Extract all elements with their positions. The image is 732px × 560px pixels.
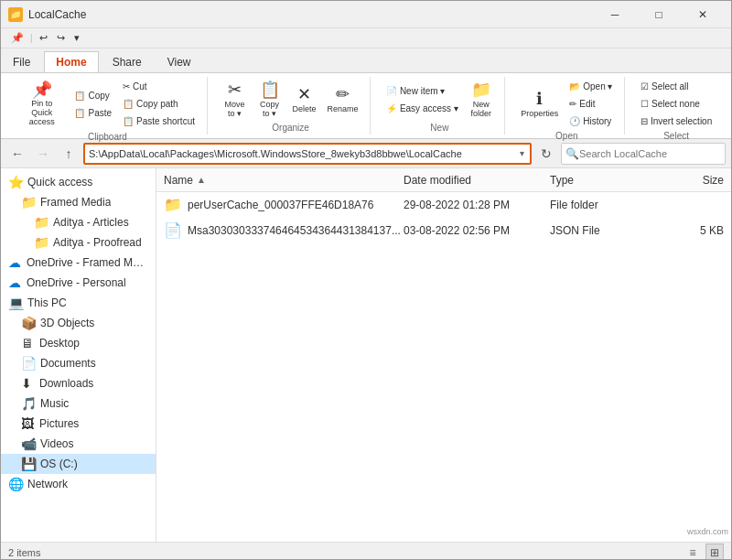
tab-view[interactable]: View xyxy=(156,51,203,72)
sidebar-item-label: Documents xyxy=(40,357,96,370)
organize-group: ✂ Moveto ▾ 📋 Copyto ▾ ✕ Delete ✏ Rename … xyxy=(211,77,371,135)
paste-shortcut-button[interactable]: 📋 Paste shortcut xyxy=(118,113,199,129)
aditya-proofread-icon: 📁 xyxy=(34,235,49,250)
item-count: 2 items xyxy=(8,547,40,558)
properties-button[interactable]: ℹ Properties xyxy=(516,88,563,121)
address-text: S:\AppData\Local\Packages\Microsoft.Wind… xyxy=(89,148,518,159)
sidebar-item-desktop[interactable]: 🖥 Desktop xyxy=(1,333,156,353)
select-none-button[interactable]: ☐ Select none xyxy=(636,96,716,112)
rename-button[interactable]: ✏ Rename xyxy=(323,83,363,116)
select-all-icon: ☑ xyxy=(640,81,649,92)
refresh-button[interactable]: ↻ xyxy=(535,143,557,165)
move-to-button[interactable]: ✂ Moveto ▾ xyxy=(219,79,252,121)
sidebar-item-label: Aditya - Proofread xyxy=(53,236,142,249)
address-dropdown-arrow[interactable]: ▾ xyxy=(518,148,526,158)
new-item-button[interactable]: 📄 New item ▾ xyxy=(382,83,463,99)
sidebar-item-videos[interactable]: 📹 Videos xyxy=(1,434,156,454)
pin-to-quick-button[interactable]: 📌 Pin to Quickaccess xyxy=(16,79,68,130)
aditya-articles-icon: 📁 xyxy=(34,215,49,230)
ribbon-content: 📌 Pin to Quickaccess 📋 Copy 📋 Paste xyxy=(1,72,731,138)
sidebar-item-label: Framed Media xyxy=(40,196,111,209)
navigation-bar: ← → ↑ S:\AppData\Local\Packages\Microsof… xyxy=(1,139,731,168)
copy-to-icon: 📋 xyxy=(260,81,280,98)
open-button[interactable]: 📂 Open ▾ xyxy=(565,79,617,94)
qa-redo-button[interactable]: ↪ xyxy=(54,31,68,45)
address-bar[interactable]: S:\AppData\Local\Packages\Microsoft.Wind… xyxy=(83,143,532,165)
clipboard-buttons: 📌 Pin to Quickaccess 📋 Copy 📋 Paste xyxy=(16,79,199,130)
sidebar-item-label: OS (C:) xyxy=(40,458,78,470)
window-controls: ─ □ ✕ xyxy=(594,1,724,28)
sidebar-item-this-pc[interactable]: 💻 This PC xyxy=(1,293,156,313)
select-all-button[interactable]: ☑ Select all xyxy=(636,79,716,94)
qa-pin-button[interactable]: 📌 xyxy=(8,31,27,45)
sidebar-item-downloads[interactable]: ⬇ Downloads xyxy=(1,373,156,393)
copy-to-button[interactable]: 📋 Copyto ▾ xyxy=(253,79,286,121)
cut-button[interactable]: ✂ Cut xyxy=(118,79,199,94)
invert-selection-button[interactable]: ⊟ Invert selection xyxy=(636,113,716,129)
select-none-icon: ☐ xyxy=(640,99,649,109)
file-size: 5 KB xyxy=(660,224,724,237)
qa-undo-button[interactable]: ↩ xyxy=(37,31,50,45)
sidebar-item-quick-access[interactable]: ⭐ Quick access xyxy=(1,172,156,192)
tab-file[interactable]: File xyxy=(1,51,42,72)
music-icon: 🎵 xyxy=(21,396,37,411)
history-button[interactable]: 🕐 History xyxy=(565,113,617,129)
copy-path-icon: 📋 xyxy=(123,99,134,109)
back-button[interactable]: ← xyxy=(6,143,28,165)
tab-home[interactable]: Home xyxy=(44,51,98,72)
sidebar-item-onedrive-personal[interactable]: ☁ OneDrive - Personal xyxy=(1,273,156,293)
table-row[interactable]: 📄 Msa303030333746464534364431384137... 0… xyxy=(156,218,731,243)
qa-expand-button[interactable]: ▾ xyxy=(71,31,82,45)
copy-path-button[interactable]: 📋 Copy path xyxy=(118,96,199,112)
file-type: JSON File xyxy=(550,224,660,237)
paste-button[interactable]: 📋 Paste xyxy=(70,105,116,121)
file-name: perUserCache_000037FFE46D18A76 xyxy=(188,199,404,211)
column-name[interactable]: Name ▲ xyxy=(164,174,404,187)
easy-access-button[interactable]: ⚡ Easy access ▾ xyxy=(382,101,463,116)
pin-icon: 📌 xyxy=(32,81,52,98)
close-button[interactable]: ✕ xyxy=(682,1,724,28)
minimize-button[interactable]: ─ xyxy=(594,1,636,28)
sidebar-item-pictures[interactable]: 🖼 Pictures xyxy=(1,414,156,434)
sidebar-item-network[interactable]: 🌐 Network xyxy=(1,474,156,494)
new-group: 📄 New item ▾ ⚡ Easy access ▾ 📁 Newfolder… xyxy=(374,77,505,135)
scissors-icon: ✂ xyxy=(123,81,130,92)
paste-shortcut-icon: 📋 xyxy=(123,116,134,126)
table-row[interactable]: 📁 perUserCache_000037FFE46D18A76 29-08-2… xyxy=(156,192,731,218)
sidebar: ⭐ Quick access 📁 Framed Media 📁 Aditya -… xyxy=(1,168,156,542)
delete-icon: ✕ xyxy=(297,86,311,102)
json-file-icon: 📄 xyxy=(164,221,182,239)
up-button[interactable]: ↑ xyxy=(58,143,80,165)
maximize-button[interactable]: □ xyxy=(638,1,680,28)
new-folder-button[interactable]: 📁 Newfolder xyxy=(465,79,498,121)
search-bar[interactable]: 🔍 xyxy=(561,143,726,165)
edit-button[interactable]: ✏ Edit xyxy=(565,96,617,112)
sidebar-item-music[interactable]: 🎵 Music xyxy=(1,393,156,414)
this-pc-icon: 💻 xyxy=(8,296,24,310)
sidebar-item-3d-objects[interactable]: 📦 3D Objects xyxy=(1,313,156,333)
column-size[interactable]: Size xyxy=(660,174,724,187)
sidebar-item-aditya-proofread[interactable]: 📁 Aditya - Proofread xyxy=(1,232,156,253)
column-type[interactable]: Type xyxy=(550,174,660,187)
sidebar-item-onedrive-framed[interactable]: ☁ OneDrive - Framed Media xyxy=(1,253,156,273)
open-group: ℹ Properties 📂 Open ▾ ✏ Edit 🕐 History xyxy=(509,77,625,135)
forward-button[interactable]: → xyxy=(32,143,54,165)
3d-objects-icon: 📦 xyxy=(21,316,37,330)
large-icons-view-button[interactable]: ⊞ xyxy=(705,544,724,561)
search-input[interactable] xyxy=(579,148,721,159)
copy-button[interactable]: 📋 Copy xyxy=(70,88,116,103)
sidebar-item-framed-media[interactable]: 📁 Framed Media xyxy=(1,192,156,212)
pictures-icon: 🖼 xyxy=(21,416,36,431)
file-list-body: 📁 perUserCache_000037FFE46D18A76 29-08-2… xyxy=(156,192,731,542)
tab-share[interactable]: Share xyxy=(101,51,154,72)
ribbon-tabs: File Home Share View xyxy=(1,48,731,72)
column-date[interactable]: Date modified xyxy=(404,174,550,187)
delete-button[interactable]: ✕ Delete xyxy=(288,83,321,116)
sidebar-item-os-c[interactable]: 💾 OS (C:) xyxy=(1,454,156,474)
sidebar-item-documents[interactable]: 📄 Documents xyxy=(1,353,156,373)
open-icon: 📂 xyxy=(569,81,580,92)
open-buttons: ℹ Properties 📂 Open ▾ ✏ Edit 🕐 History xyxy=(516,79,617,129)
sidebar-item-aditya-articles[interactable]: 📁 Aditya - Articles xyxy=(1,212,156,232)
details-view-button[interactable]: ≡ xyxy=(684,544,702,561)
new-item-icon: 📄 xyxy=(386,86,397,96)
